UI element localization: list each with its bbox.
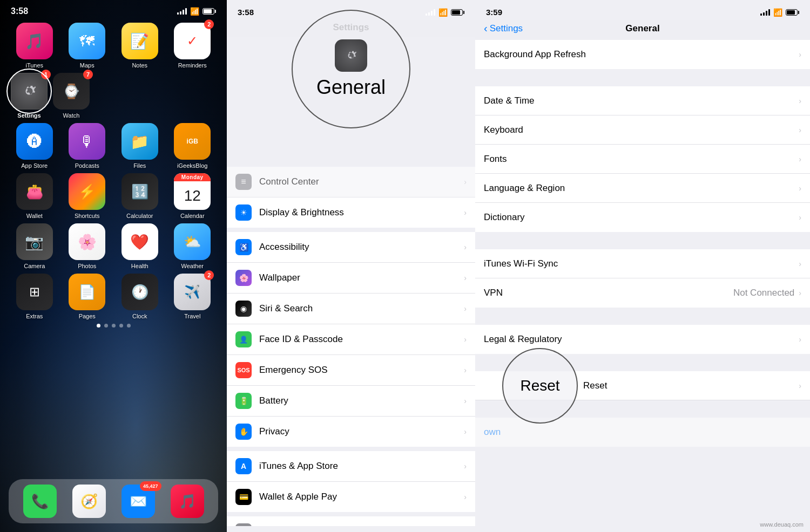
general-item-itunes-sync[interactable]: iTunes Wi-Fi Sync ›	[475, 249, 810, 278]
general-item-fonts[interactable]: Fonts ›	[475, 145, 810, 174]
wallet-label: Wallet	[26, 213, 43, 219]
accessibility-chevron: ›	[464, 243, 467, 251]
display-chevron: ›	[464, 208, 467, 217]
home-time: 3:58	[11, 6, 28, 16]
app-health[interactable]: ❤️ Health	[116, 223, 164, 269]
wallpaper-label: Wallpaper	[259, 272, 460, 283]
files-label: Files	[133, 162, 146, 169]
settings-nav-bar: Settings	[227, 20, 475, 37]
accessibility-icon: ♿	[235, 239, 252, 255]
app-shortcuts[interactable]: ⚡ Shortcuts	[64, 173, 111, 219]
general-item-vpn[interactable]: VPN Not Connected ›	[475, 278, 810, 308]
dock-safari[interactable]: 🧭	[72, 485, 106, 518]
travel-icon: ✈️	[174, 274, 211, 310]
app-reminders[interactable]: ✓ 2 Reminders	[169, 23, 217, 69]
wallet-settings-chevron: ›	[464, 493, 467, 501]
control-center-icon: ≡	[235, 174, 252, 190]
general-item-bg-refresh[interactable]: Background App Refresh ›	[475, 40, 810, 69]
safari-icon: 🧭	[72, 485, 106, 518]
settings-item-privacy[interactable]: ✋ Privacy ›	[227, 417, 475, 447]
sos-label: Emergency SOS	[259, 365, 460, 376]
general-section-legal: Legal & Regulatory ›	[475, 325, 810, 354]
signal-icon	[760, 9, 770, 16]
legal-chevron: ›	[799, 335, 801, 344]
settings-item-display[interactable]: ☀ Display & Brightness ›	[227, 197, 475, 228]
settings-item-siri[interactable]: ◉ Siri & Search ›	[227, 294, 475, 324]
settings-item-wallpaper[interactable]: 🌸 Wallpaper ›	[227, 263, 475, 294]
travel-badge: 2	[204, 270, 214, 280]
app-photos[interactable]: 🌸 Photos	[64, 223, 111, 269]
privacy-chevron: ›	[464, 427, 467, 436]
app-appstore[interactable]: 🅐 App Store	[11, 123, 58, 169]
settings-item-itunes[interactable]: A iTunes & App Store ›	[227, 451, 475, 482]
app-travel[interactable]: ✈️ 2 Travel	[169, 274, 217, 319]
general-item-datetime[interactable]: Date & Time ›	[475, 86, 810, 115]
wifi-icon: 📶	[190, 7, 199, 16]
general-item-legal[interactable]: Legal & Regulatory ›	[475, 325, 810, 354]
app-camera[interactable]: 📷 Camera	[11, 223, 58, 269]
settings-time: 3:58	[238, 8, 254, 17]
settings-item-sos[interactable]: SOS Emergency SOS ›	[227, 355, 475, 386]
settings-status-bar: 3:58 📶	[227, 0, 475, 20]
app-settings[interactable]: 1 Settings	[11, 73, 48, 119]
fonts-label: Fonts	[484, 154, 799, 165]
dot-4	[119, 324, 123, 328]
battery-settings-icon: 🔋	[235, 393, 252, 409]
wallet-settings-icon: 💳	[235, 489, 252, 505]
general-item-keyboard[interactable]: Keyboard ›	[475, 115, 810, 145]
app-igeeks[interactable]: iGB iGeeksBlog	[169, 123, 217, 169]
app-clock[interactable]: 🕐 Clock	[116, 274, 164, 319]
app-notes[interactable]: 📝 Notes	[116, 23, 164, 69]
settings-item-control-center[interactable]: ≡ Control Center ›	[227, 167, 475, 197]
wallet-icon: 👛	[16, 173, 53, 210]
clock-label: Clock	[132, 313, 147, 319]
settings-item-passwords[interactable]: 🔑 Passwords & Accounts ›	[227, 516, 475, 526]
music-icon: 🎵	[171, 485, 204, 518]
settings-item-wallet[interactable]: 💳 Wallet & Apple Pay ›	[227, 482, 475, 512]
app-podcasts[interactable]: 🎙 Podcasts	[64, 123, 111, 169]
app-weather[interactable]: ⛅ Weather	[169, 223, 217, 269]
settings-item-faceid[interactable]: 👤 Face ID & Passcode ›	[227, 324, 475, 355]
home-content: 🎵 iTunes 🗺 Maps 📝	[0, 18, 227, 337]
app-maps[interactable]: 🗺 Maps	[64, 23, 111, 69]
app-itunes[interactable]: 🎵 iTunes	[11, 23, 58, 69]
calendar-label: Calendar	[180, 213, 205, 219]
home-status-icons: 📶	[177, 7, 216, 16]
weather-icon: ⛅	[174, 223, 211, 260]
itunes-label: iTunes	[25, 62, 43, 69]
dock-music[interactable]: 🎵	[171, 485, 204, 518]
app-extras[interactable]: ⊞ Extras	[11, 274, 58, 319]
dock-phone[interactable]: 📞	[23, 485, 57, 518]
app-watch[interactable]: ⌚ 7 Watch	[53, 73, 90, 119]
notes-label: Notes	[132, 62, 147, 69]
signal-bar-1	[177, 12, 179, 15]
wifi-icon: 📶	[438, 8, 448, 17]
calendar-icon: Monday 12	[174, 173, 211, 210]
app-grid-row2: 1 Settings ⌚ 7 Watch	[11, 73, 216, 119]
appstore-icon: 🅐	[16, 123, 53, 160]
sos-icon: SOS	[235, 362, 252, 378]
general-item-reset[interactable]: Reset ›	[475, 371, 810, 400]
passwords-icon: 🔑	[235, 523, 252, 526]
settings-item-accessibility[interactable]: ♿ Accessibility ›	[227, 232, 475, 263]
settings-list: ≡ Control Center › ☀ Display & Brightnes…	[227, 37, 475, 526]
settings-section-top: ≡ Control Center › ☀ Display & Brightnes…	[227, 167, 475, 228]
back-to-settings-button[interactable]: ‹ Settings	[484, 22, 523, 35]
settings-item-battery[interactable]: 🔋 Battery ›	[227, 386, 475, 417]
app-pages[interactable]: 📄 Pages	[64, 274, 111, 319]
travel-label: Travel	[184, 313, 200, 319]
settings-title: Settings	[333, 22, 369, 32]
general-item-language[interactable]: Language & Region ›	[475, 174, 810, 203]
app-calculator[interactable]: 🔢 Calculator	[116, 173, 164, 219]
dock-mail[interactable]: ✉️ 45,427	[122, 485, 155, 518]
app-wallet[interactable]: 👛 Wallet	[11, 173, 58, 219]
app-files[interactable]: 📁 Files	[116, 123, 164, 169]
accessibility-label: Accessibility	[259, 242, 460, 253]
general-status-bar: 3:59 📶	[475, 0, 810, 20]
datetime-label: Date & Time	[484, 96, 799, 106]
app-calendar[interactable]: Monday 12 Calendar	[169, 173, 217, 219]
settings-highlight-circle	[6, 69, 52, 114]
reminders-label: Reminders	[178, 62, 207, 69]
camera-label: Camera	[24, 263, 45, 269]
general-item-dictionary[interactable]: Dictionary ›	[475, 203, 810, 232]
